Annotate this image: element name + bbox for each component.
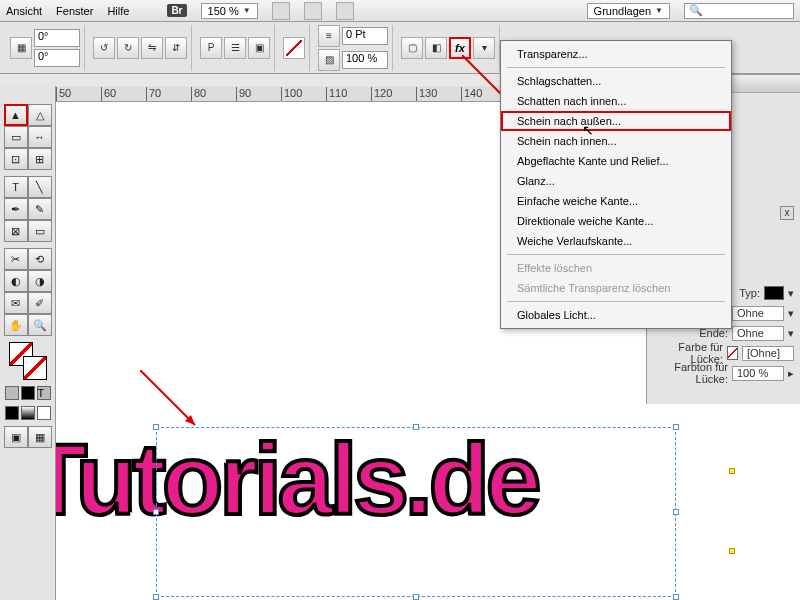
fill-none-icon[interactable] xyxy=(283,37,305,59)
page-tool[interactable]: ▭ xyxy=(4,126,28,148)
fx-context-menu: Transparenz... Schlagschatten... Schatte… xyxy=(500,40,732,329)
paragraph-icon[interactable]: P xyxy=(200,37,222,59)
zoom-combo[interactable]: 150 %▼ xyxy=(201,3,258,19)
luecke-combo[interactable]: [Ohne] xyxy=(742,346,794,361)
gap-tool[interactable]: ↔ xyxy=(28,126,52,148)
anfang-combo[interactable]: Ohne xyxy=(732,306,784,321)
luecke-ton-label: Farbton für Lücke: xyxy=(653,361,728,385)
line-tool[interactable]: ╲ xyxy=(28,176,52,198)
opacity-input[interactable]: 100 % xyxy=(342,51,388,69)
scissors-tool[interactable]: ✂ xyxy=(4,248,28,270)
workspace-combo[interactable]: Grundlagen▼ xyxy=(587,3,670,19)
gradient-feather-tool[interactable]: ◑ xyxy=(28,270,52,292)
transform-tool[interactable]: ⟲ xyxy=(28,248,52,270)
typ-swatch[interactable] xyxy=(764,286,784,300)
selection-bounding-box[interactable] xyxy=(156,427,676,597)
rotate-angle-input[interactable]: 0° xyxy=(34,29,80,47)
hand-tool[interactable]: ✋ xyxy=(4,314,28,336)
rect-tool[interactable]: ▭ xyxy=(28,220,52,242)
ende-combo[interactable]: Ohne xyxy=(732,326,784,341)
color-mode-row[interactable]: T xyxy=(5,386,51,400)
search-input[interactable]: 🔍 xyxy=(684,3,794,19)
menuitem-globales-licht[interactable]: Globales Licht... xyxy=(501,305,731,325)
toolbox: ▲△ ▭↔ ⊡⊞ T╲ ✒✎ ⊠▭ ✂⟲ ◐◑ ✉✐ ✋🔍 T ▣▦ xyxy=(0,86,56,600)
pen-tool[interactable]: ✒ xyxy=(4,198,28,220)
menuitem-abgeflachte-kante[interactable]: Abgeflachte Kante und Relief... xyxy=(501,151,731,171)
menuitem-direktionale-weiche-kante[interactable]: Direktionale weiche Kante... xyxy=(501,211,731,231)
rotate-cw-icon[interactable]: ↻ xyxy=(117,37,139,59)
apply-mode-row[interactable] xyxy=(5,406,51,420)
menu-fenster[interactable]: Fenster xyxy=(56,5,93,17)
screen-mode-icon[interactable] xyxy=(304,2,322,20)
stroke-weight-icon: ≡ xyxy=(318,25,340,47)
view-normal[interactable]: ▣ xyxy=(4,426,28,448)
pencil-tool[interactable]: ✎ xyxy=(28,198,52,220)
stroke-weight-input[interactable]: 0 Pt xyxy=(342,27,388,45)
textwrap-icon[interactable]: ▣ xyxy=(248,37,270,59)
eyedropper-tool[interactable]: ✐ xyxy=(28,292,52,314)
flip-v-icon[interactable]: ⇵ xyxy=(165,37,187,59)
menuitem-schatten-nach-innen[interactable]: Schatten nach innen... xyxy=(501,91,731,111)
menuitem-einfache-weiche-kante[interactable]: Einfache weiche Kante... xyxy=(501,191,731,211)
type-tool[interactable]: T xyxy=(4,176,28,198)
zoom-tool[interactable]: 🔍 xyxy=(28,314,52,336)
menuitem-transparenz[interactable]: Transparenz... xyxy=(501,44,731,64)
drop-shadow-icon[interactable]: ▢ xyxy=(401,37,423,59)
fx-menu-arrow[interactable]: ▾ xyxy=(473,37,495,59)
refpoint-icon[interactable]: ▦ xyxy=(10,37,32,59)
menu-hilfe[interactable]: Hilfe xyxy=(107,5,129,17)
place-tool[interactable]: ⊞ xyxy=(28,148,52,170)
luecke-swatch[interactable] xyxy=(727,346,738,360)
quickapply-icon[interactable]: ◧ xyxy=(425,37,447,59)
arrange-icon[interactable] xyxy=(336,2,354,20)
view-options-icon[interactable] xyxy=(272,2,290,20)
menuitem-transparenz-loeschen: Sämtliche Transparenz löschen xyxy=(501,278,731,298)
rect-frame-tool[interactable]: ⊠ xyxy=(4,220,28,242)
view-preview[interactable]: ▦ xyxy=(28,426,52,448)
menuitem-glanz[interactable]: Glanz... xyxy=(501,171,731,191)
menuitem-schein-nach-aussen[interactable]: Schein nach außen... xyxy=(501,111,731,131)
content-tool[interactable]: ⊡ xyxy=(4,148,28,170)
align-icon[interactable]: ☰ xyxy=(224,37,246,59)
opacity-icon: ▨ xyxy=(318,49,340,71)
shear-angle-input[interactable]: 0° xyxy=(34,49,80,67)
direct-selection-tool[interactable]: △ xyxy=(28,104,52,126)
fill-stroke-swatch[interactable] xyxy=(9,342,47,380)
bridge-badge[interactable]: Br xyxy=(167,4,186,17)
gradient-swatch-tool[interactable]: ◐ xyxy=(4,270,28,292)
menuitem-effekte-loeschen: Effekte löschen xyxy=(501,258,731,278)
menu-ansicht[interactable]: Ansicht xyxy=(6,5,42,17)
note-tool[interactable]: ✉ xyxy=(4,292,28,314)
panel-close-icon[interactable]: x xyxy=(780,206,794,220)
luecke-ton-input[interactable]: 100 % xyxy=(732,366,784,381)
menuitem-schein-nach-innen[interactable]: Schein nach innen... xyxy=(501,131,731,151)
selection-tool[interactable]: ▲ xyxy=(4,104,28,126)
flip-h-icon[interactable]: ⇋ xyxy=(141,37,163,59)
menubar: Ansicht Fenster Hilfe Br 150 %▼ Grundlag… xyxy=(0,0,800,22)
rotate-ccw-icon[interactable]: ↺ xyxy=(93,37,115,59)
fx-button[interactable]: fx xyxy=(449,37,471,59)
menuitem-weiche-verlaufskante[interactable]: Weiche Verlaufskante... xyxy=(501,231,731,251)
menuitem-schlagschatten[interactable]: Schlagschatten... xyxy=(501,71,731,91)
